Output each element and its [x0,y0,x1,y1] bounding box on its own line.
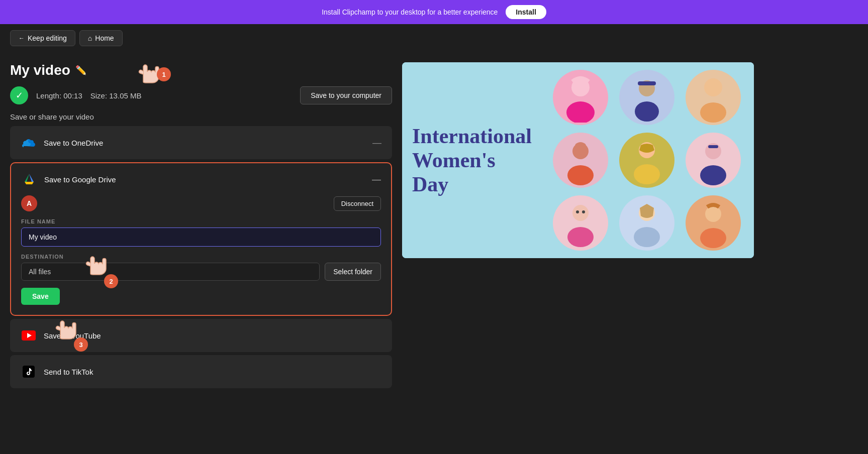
account-avatar: A [21,195,37,211]
svg-point-16 [634,164,660,184]
page-title-row: My video ✏️ [10,62,392,78]
avatar-4 [553,133,608,188]
tiktok-icon [21,364,37,380]
step-badge-3: 3 [74,337,88,352]
onedrive-chevron-icon: — [372,138,381,148]
avatar-7 [553,195,608,251]
disconnect-button[interactable]: Disconnect [334,196,381,211]
share-options-list: Save to OneDrive — [10,126,392,388]
install-button[interactable]: Install [506,5,546,19]
share-item-onedrive[interactable]: Save to OneDrive — [10,126,392,159]
back-arrow-icon: ← [19,35,25,42]
avatar-1 [553,70,608,125]
iwd-circles-grid [548,62,754,258]
svg-point-7 [566,101,595,123]
gdrive-account-row: A Disconnect [21,195,381,211]
onedrive-icon [21,135,37,151]
gdrive-expanded-panel: Save to Google Drive — A Disconnect FILE… [10,162,392,316]
keep-editing-button[interactable]: ← Keep editing [10,30,75,46]
page-title: My video [10,62,70,78]
svg-point-12 [700,102,726,123]
check-icon: ✓ [10,86,28,104]
gdrive-body: A Disconnect FILE NAME DESTINATION All f… [11,195,391,315]
iwd-text-area: International Women's Day [402,62,548,258]
gdrive-header-label: Save to Google Drive [44,175,116,184]
avatar-2 [619,70,674,125]
video-meta-row: ✓ Length: 00:13 Size: 13.05 MB Save to y… [10,86,392,104]
share-item-youtube[interactable]: Save to YouTube [10,319,392,352]
step-badge-1: 1 [157,67,171,81]
home-label: Home [95,34,114,42]
svg-rect-10 [638,81,656,85]
avatar-9 [686,195,741,251]
avatar-8 [619,195,674,251]
avatar-5 [619,133,674,188]
select-folder-button[interactable]: Select folder [325,263,381,281]
svg-rect-19 [708,145,718,148]
tiktok-label: Send to TikTok [44,368,93,376]
svg-point-11 [704,78,722,96]
video-length: Length: 00:13 [36,91,82,100]
edit-title-icon[interactable]: ✏️ [75,65,86,76]
file-name-input[interactable] [21,228,381,247]
avatar-3 [686,70,741,125]
iwd-card: International Women's Day [402,62,754,258]
destination-row: All files Select folder [21,263,381,281]
main-content: My video ✏️ ✓ Length: 00:13 Size: 13.05 … [0,52,868,388]
onedrive-label: Save to OneDrive [44,139,103,147]
svg-point-26 [705,206,721,222]
home-icon: ⌂ [88,34,92,42]
install-banner: Install Clipchamp to your desktop for a … [0,0,868,24]
destination-path: All files [21,263,320,281]
left-panel: My video ✏️ ✓ Length: 00:13 Size: 13.05 … [10,62,392,388]
svg-point-14 [567,165,594,185]
home-button[interactable]: ⌂ Home [79,30,123,46]
svg-point-23 [582,210,585,213]
save-to-computer-button[interactable]: Save to your computer [300,86,392,104]
collapse-icon[interactable]: — [372,174,381,185]
avatar-6 [686,133,741,188]
svg-point-20 [572,205,589,221]
gdrive-icon [21,171,37,187]
svg-marker-2 [25,182,34,184]
banner-text: Install Clipchamp to your desktop for a … [322,8,498,16]
iwd-title: International Women's Day [412,124,538,197]
gdrive-save-button[interactable]: Save [21,288,60,305]
youtube-icon [21,327,37,344]
video-preview: International Women's Day [402,62,754,258]
svg-point-9 [635,101,659,122]
destination-field-label: DESTINATION [21,254,381,260]
right-panel: International Women's Day [402,62,858,388]
svg-point-25 [634,227,660,247]
step-badge-2: 2 [104,274,118,288]
nav-bar: ← Keep editing ⌂ Home [0,24,868,52]
video-size: Size: 13.05 MB [90,91,142,100]
svg-point-27 [700,228,726,248]
file-name-field-label: FILE NAME [21,218,381,224]
svg-point-21 [567,227,594,247]
svg-point-22 [576,210,579,213]
share-item-tiktok[interactable]: Send to TikTok [10,355,392,388]
keep-editing-label: Keep editing [28,34,67,42]
youtube-label: Save to YouTube [44,331,101,340]
svg-point-18 [700,165,726,185]
share-section-label: Save or share your video [10,112,392,121]
gdrive-header[interactable]: Save to Google Drive — [11,163,391,195]
